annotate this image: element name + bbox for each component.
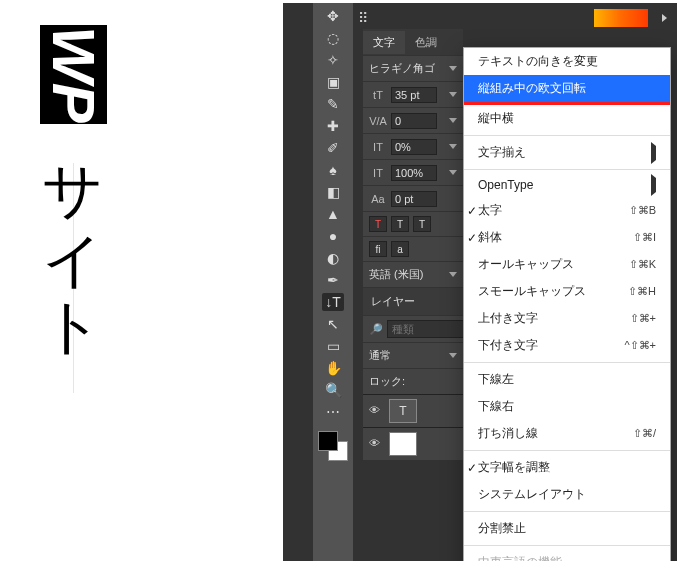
tab-character[interactable]: 文字 <box>363 31 405 54</box>
menu-change-orientation[interactable]: テキストの向きを変更 <box>464 48 670 75</box>
move-tool-icon[interactable]: ✥ <box>322 7 344 25</box>
baseline-input[interactable] <box>391 191 437 207</box>
menu-strikethrough[interactable]: 打ち消し線⇧⌘/ <box>464 420 670 447</box>
chevron-down-icon[interactable] <box>449 144 457 149</box>
layer-filter-row: 🔎 <box>363 315 463 342</box>
chevron-down-icon[interactable] <box>449 170 457 175</box>
color-swatch[interactable] <box>318 431 348 461</box>
menu-char-align[interactable]: 文字揃え <box>464 139 670 166</box>
kerning-input[interactable] <box>391 113 437 129</box>
menu-italic[interactable]: ✓斜体⇧⌘I <box>464 224 670 251</box>
layer-thumbnail-text[interactable]: T <box>389 399 417 423</box>
faux-bold-button[interactable]: T <box>369 216 387 232</box>
baseline-row: Aa <box>363 185 463 211</box>
dodge-tool-icon[interactable]: ◐ <box>322 249 344 267</box>
menu-superscript[interactable]: 上付き文字⇧⌘+ <box>464 305 670 332</box>
hand-tool-icon[interactable]: ✋ <box>322 359 344 377</box>
crop-tool-icon[interactable]: ▣ <box>322 73 344 91</box>
right-panels: 文字 色調 ヒラギノ角ゴ tT V/A IT IT Aa T T T fi a … <box>363 29 463 460</box>
font-size-row: tT <box>363 81 463 107</box>
flyout-triangle-icon[interactable] <box>662 14 667 22</box>
font-size-input[interactable] <box>391 87 437 103</box>
tools-panel: ✥ ◌ ✧ ▣ ✎ ✚ ✐ ♠ ◧ ▲ ● ◐ ✒ ↓T ↖ ▭ ✋ 🔍 ⋯ <box>313 3 353 564</box>
stamp-tool-icon[interactable]: ♠ <box>322 161 344 179</box>
menu-separator <box>464 135 670 136</box>
chevron-down-icon[interactable] <box>449 353 457 358</box>
visibility-icon[interactable]: 👁 <box>369 404 383 418</box>
chevron-down-icon[interactable] <box>449 118 457 123</box>
allcaps-button[interactable]: T <box>413 216 431 232</box>
menu-smallcaps[interactable]: スモールキャップス⇧⌘H <box>464 278 670 305</box>
check-icon: ✓ <box>467 231 477 245</box>
menu-allcaps[interactable]: オールキャップス⇧⌘K <box>464 251 670 278</box>
submenu-arrow-icon <box>651 174 656 196</box>
character-panel-menu: テキストの向きを変更 縦組み中の欧文回転 縦中横 文字揃え OpenType ✓… <box>463 47 671 564</box>
vscale-row: IT <box>363 159 463 185</box>
layer-row-text[interactable]: 👁 T <box>363 394 463 427</box>
lock-label: ロック: <box>369 374 405 389</box>
search-icon: 🔎 <box>369 323 383 336</box>
baseline-icon: Aa <box>369 193 387 205</box>
vertical-text[interactable]: WPサイト <box>43 25 103 328</box>
menu-separator <box>464 362 670 363</box>
layer-row-bg[interactable]: 👁 <box>363 427 463 460</box>
canvas-area[interactable]: WPサイト <box>3 3 283 564</box>
more-tool-icon[interactable]: ⋯ <box>322 403 344 421</box>
stylistic-button[interactable]: a <box>391 241 409 257</box>
menu-no-break[interactable]: 分割禁止 <box>464 515 670 542</box>
tab-other[interactable]: 色調 <box>405 31 447 54</box>
layers-title: レイヤー <box>371 294 415 309</box>
path-tool-icon[interactable]: ↖ <box>322 315 344 333</box>
blur-tool-icon[interactable]: ● <box>322 227 344 245</box>
font-size-icon: tT <box>369 89 387 101</box>
gradient-tool-icon[interactable]: ▲ <box>322 205 344 223</box>
font-family-value: ヒラギノ角ゴ <box>369 61 435 76</box>
menu-system-layout[interactable]: システムレイアウト <box>464 481 670 508</box>
eyedropper-tool-icon[interactable]: ✎ <box>322 95 344 113</box>
menu-subscript[interactable]: 下付き文字^⇧⌘+ <box>464 332 670 359</box>
menu-separator <box>464 511 670 512</box>
tracking-row: IT <box>363 133 463 159</box>
warning-swatch <box>594 9 648 27</box>
language-row[interactable]: 英語 (米国) <box>363 261 463 287</box>
zoom-tool-icon[interactable]: 🔍 <box>322 381 344 399</box>
vertical-type-tool-icon[interactable]: ↓T <box>322 293 344 311</box>
blend-mode-row[interactable]: 通常 <box>363 342 463 368</box>
menu-opentype[interactable]: OpenType <box>464 173 670 197</box>
faux-italic-button[interactable]: T <box>391 216 409 232</box>
check-icon: ✓ <box>467 461 477 475</box>
pen-tool-icon[interactable]: ✒ <box>322 271 344 289</box>
eraser-tool-icon[interactable]: ◧ <box>322 183 344 201</box>
layers-panel-header[interactable]: レイヤー <box>363 287 463 315</box>
menu-tatechuyoko[interactable]: 縦中横 <box>464 105 670 132</box>
tracking-input[interactable] <box>391 139 437 155</box>
layer-thumbnail-bg[interactable] <box>389 432 417 456</box>
foreground-color-swatch[interactable] <box>318 431 338 451</box>
style-button-row: T T T <box>363 211 463 236</box>
rect-tool-icon[interactable]: ▭ <box>322 337 344 355</box>
menu-middle-eastern: 中東言語の機能 <box>464 549 670 564</box>
ligature-button[interactable]: fi <box>369 241 387 257</box>
panel-menu-dots-icon[interactable]: ⠿ <box>358 10 370 26</box>
heal-tool-icon[interactable]: ✚ <box>322 117 344 135</box>
lasso-tool-icon[interactable]: ◌ <box>322 29 344 47</box>
chevron-down-icon[interactable] <box>449 66 457 71</box>
visibility-icon[interactable]: 👁 <box>369 437 383 451</box>
blend-mode-value: 通常 <box>369 348 391 363</box>
wand-tool-icon[interactable]: ✧ <box>322 51 344 69</box>
menu-underline-left[interactable]: 下線左 <box>464 366 670 393</box>
menu-underline-right[interactable]: 下線右 <box>464 393 670 420</box>
options-bar: ⠿ <box>358 5 667 31</box>
vscale-input[interactable] <box>391 165 437 181</box>
chevron-down-icon[interactable] <box>449 92 457 97</box>
menu-rotate-halfwidth[interactable]: 縦組み中の欧文回転 <box>464 75 670 105</box>
menu-fractional-widths[interactable]: ✓文字幅を調整 <box>464 454 670 481</box>
font-family-row[interactable]: ヒラギノ角ゴ <box>363 55 463 81</box>
language-value: 英語 (米国) <box>369 267 423 282</box>
lock-row: ロック: <box>363 368 463 394</box>
menu-bold[interactable]: ✓太字⇧⌘B <box>464 197 670 224</box>
submenu-arrow-icon <box>651 142 656 164</box>
brush-tool-icon[interactable]: ✐ <box>322 139 344 157</box>
selected-text: WP <box>40 25 107 124</box>
chevron-down-icon[interactable] <box>449 272 457 277</box>
